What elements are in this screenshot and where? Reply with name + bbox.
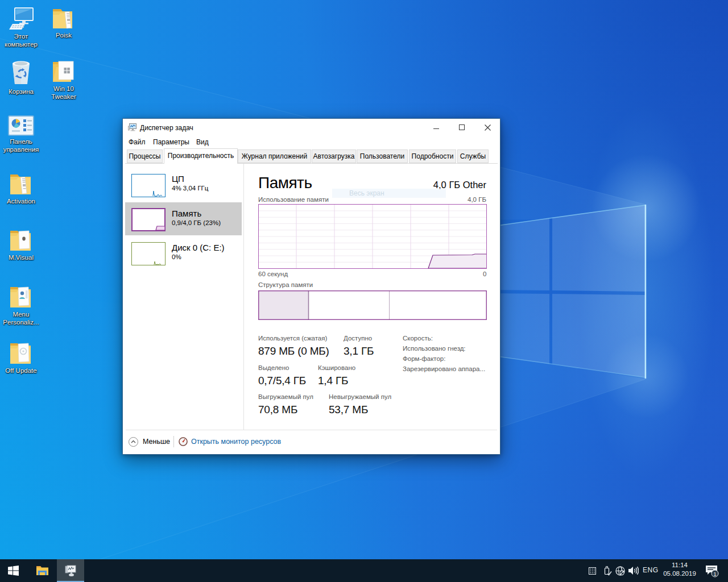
svg-text:1: 1 [713,571,716,577]
